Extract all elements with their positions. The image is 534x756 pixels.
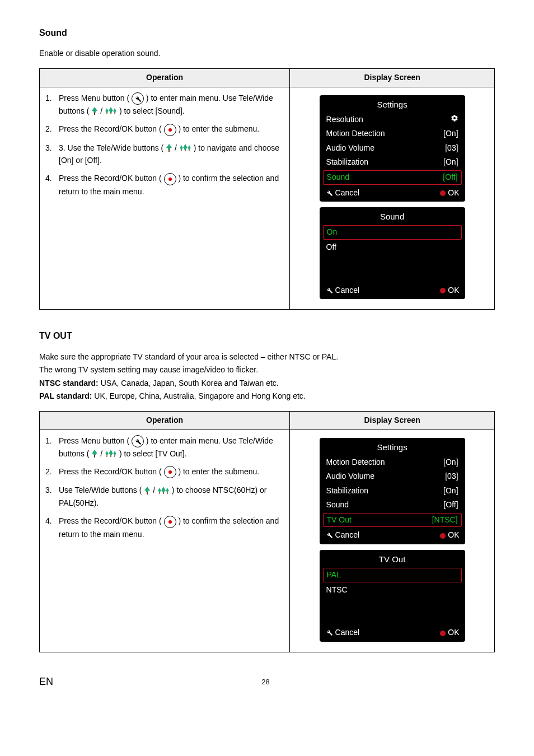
svg-marker-26 [158, 488, 161, 492]
step: 4.Press the Record/OK button ( ) to conf… [45, 515, 284, 540]
cancel-label: Cancel [325, 285, 360, 296]
tvout-steps: 1.Press Menu button ( ) to enter main me… [45, 435, 284, 540]
section-tvout: TV OUT Make sure the appropriate TV stan… [39, 330, 495, 652]
step: 2.Press the Record/OK button ( ) to ente… [45, 465, 284, 478]
row-label: Stabilization [326, 486, 369, 497]
svg-marker-18 [105, 451, 109, 455]
footer-en: EN [39, 675, 53, 689]
svg-rect-25 [147, 492, 148, 494]
svg-rect-15 [189, 150, 189, 151]
record-button-icon [164, 466, 176, 478]
record-button-icon [164, 124, 176, 136]
svg-rect-3 [106, 113, 107, 114]
screen-row: Audio Volume[03] [320, 469, 465, 484]
row-value: [On] [443, 486, 458, 497]
sub-option: On [323, 225, 462, 240]
svg-rect-23 [114, 455, 115, 457]
svg-rect-1 [94, 113, 95, 115]
intro-line: The wrong TV system setting may cause im… [39, 365, 495, 376]
sound-settings-screen: SettingsResolutionMotion Detection[On]Au… [320, 95, 465, 202]
screen-row: Resolution [320, 113, 465, 127]
th-operation2: Operation [40, 411, 290, 430]
wide-icon [157, 487, 170, 496]
sound-steps: 1.Press Menu button ( ) to enter main me… [45, 92, 284, 198]
screen-row: Stabilization[On] [320, 155, 465, 170]
section-sound: Sound Enable or disable operation sound.… [39, 27, 495, 310]
step-num: 4. [45, 172, 59, 198]
svg-marker-6 [113, 108, 116, 113]
tvout-ds-cell: SettingsMotion Detection[On]Audio Volume… [290, 430, 495, 652]
screen-row: Stabilization[On] [320, 484, 465, 498]
sound-intro-0: Enable or disable operation sound. [39, 48, 495, 59]
step-num: 3. [45, 484, 59, 509]
tele-icon [144, 487, 151, 496]
intro-line: NTSC standard: USA, Canada, Japan, South… [39, 378, 495, 389]
svg-marker-0 [92, 107, 97, 113]
wide-icon [179, 144, 191, 153]
tvout-op-cell: 1.Press Menu button ( ) to enter main me… [40, 430, 290, 652]
screen-row: Sound[Off] [320, 498, 465, 512]
step-num: 2. [45, 465, 59, 478]
svg-marker-16 [92, 450, 97, 455]
intro-line: PAL standard: UK, Europe, China, Austral… [39, 391, 495, 402]
screen-footer: CancelOK [320, 528, 465, 544]
row-label: Sound [327, 172, 349, 183]
row-label: Sound [326, 500, 349, 511]
svg-marker-4 [109, 107, 113, 113]
step: 4. Press the Record/OK button ( ) to con… [45, 172, 284, 198]
menu-button-icon [132, 435, 144, 447]
row-value: [On] [443, 157, 458, 168]
screen-title: Settings [320, 95, 465, 113]
ok-label: OK [440, 285, 459, 296]
svg-rect-19 [106, 455, 107, 457]
sound-intro: Enable or disable operation sound. [39, 48, 495, 59]
svg-marker-10 [180, 145, 183, 150]
screen-row: Motion Detection[On] [320, 455, 465, 470]
record-button-icon [164, 516, 176, 528]
screen-title: TV Out [320, 550, 465, 567]
step-body: Press Menu button ( ) to enter main menu… [59, 435, 284, 460]
row-value: [Off] [443, 172, 457, 183]
row-value: [Off] [443, 500, 458, 511]
row-value: [On] [443, 457, 458, 468]
tele-icon [166, 144, 172, 153]
sub-option: PAL [323, 568, 462, 582]
svg-rect-17 [94, 455, 95, 458]
ok-label: OK [440, 627, 459, 638]
svg-rect-7 [114, 113, 115, 114]
tele-icon [91, 107, 98, 116]
page-footer: EN 28 [39, 675, 495, 689]
step-body: Press the Record/OK button ( ) to confir… [59, 172, 284, 198]
row-value: [NTSC] [432, 515, 458, 526]
row-value: [03] [445, 471, 458, 482]
row-label: TV Out [327, 515, 352, 526]
sound-table: Operation Display Screen 1.Press Menu bu… [39, 68, 495, 310]
svg-rect-31 [167, 492, 167, 494]
step-num: 3. [45, 142, 59, 167]
screen-footer: CancelOK [320, 283, 465, 300]
step: 3.3. Use the Tele/Wide buttons ( / ) to … [45, 142, 284, 167]
svg-rect-27 [159, 492, 160, 494]
svg-marker-30 [166, 488, 169, 492]
wide-icon [105, 107, 117, 116]
row-label: Audio Volume [326, 471, 374, 482]
ok-label: OK [440, 530, 459, 541]
step-body: Press the Record/OK button ( ) to enter … [59, 465, 284, 478]
step-body: Use Tele/Wide buttons ( / ) to choose NT… [59, 484, 284, 509]
step-num: 2. [45, 123, 59, 136]
svg-rect-21 [110, 455, 111, 457]
sound-title: Sound [39, 27, 495, 39]
sound-op-cell: 1.Press Menu button ( ) to enter main me… [40, 87, 290, 310]
th-operation: Operation [40, 68, 290, 87]
row-value: [03] [445, 143, 458, 154]
th-display: Display Screen [290, 68, 495, 87]
wide-icon [105, 450, 117, 459]
svg-marker-2 [105, 108, 109, 113]
cancel-label: Cancel [325, 188, 360, 199]
step: 1.Press Menu button ( ) to enter main me… [45, 92, 284, 118]
step-num: 4. [45, 515, 59, 540]
step-body: Press Menu button ( ) to enter main menu… [59, 92, 284, 118]
svg-rect-11 [181, 150, 181, 151]
svg-marker-8 [166, 144, 172, 150]
svg-rect-9 [168, 150, 170, 152]
